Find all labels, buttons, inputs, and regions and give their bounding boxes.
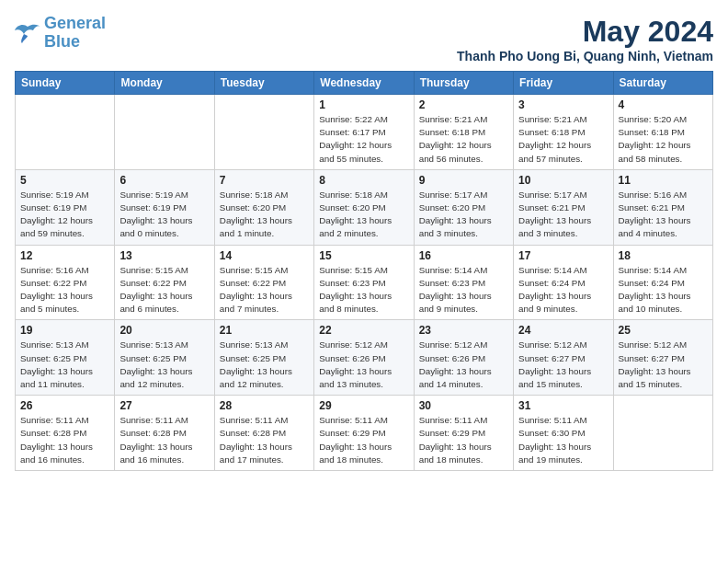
day-number: 1 bbox=[319, 98, 408, 111]
day-info: Sunrise: 5:11 AM Sunset: 6:28 PM Dayligh… bbox=[20, 414, 109, 466]
calendar-day-cell: 7Sunrise: 5:18 AM Sunset: 6:20 PM Daylig… bbox=[214, 169, 313, 245]
calendar-day-cell bbox=[613, 396, 712, 471]
day-info: Sunrise: 5:12 AM Sunset: 6:26 PM Dayligh… bbox=[419, 339, 508, 391]
day-info: Sunrise: 5:14 AM Sunset: 6:24 PM Dayligh… bbox=[518, 264, 608, 316]
calendar-day-cell: 25Sunrise: 5:12 AM Sunset: 6:27 PM Dayli… bbox=[613, 320, 712, 396]
day-info: Sunrise: 5:13 AM Sunset: 6:25 PM Dayligh… bbox=[220, 339, 309, 391]
day-info: Sunrise: 5:13 AM Sunset: 6:25 PM Dayligh… bbox=[119, 339, 209, 391]
day-number: 20 bbox=[119, 324, 209, 337]
calendar-week-row: 12Sunrise: 5:16 AM Sunset: 6:22 PM Dayli… bbox=[16, 245, 713, 320]
day-info: Sunrise: 5:17 AM Sunset: 6:21 PM Dayligh… bbox=[518, 189, 608, 241]
calendar-day-cell: 11Sunrise: 5:16 AM Sunset: 6:21 PM Dayli… bbox=[613, 169, 712, 245]
calendar-day-cell: 6Sunrise: 5:19 AM Sunset: 6:19 PM Daylig… bbox=[115, 169, 214, 245]
calendar-week-row: 1Sunrise: 5:22 AM Sunset: 6:17 PM Daylig… bbox=[16, 95, 713, 170]
day-info: Sunrise: 5:14 AM Sunset: 6:24 PM Dayligh… bbox=[619, 264, 708, 316]
calendar-day-cell bbox=[115, 95, 214, 170]
day-number: 26 bbox=[20, 399, 109, 412]
weekday-header-friday: Friday bbox=[514, 72, 613, 95]
calendar-day-cell: 30Sunrise: 5:11 AM Sunset: 6:29 PM Dayli… bbox=[414, 396, 513, 471]
calendar-day-cell: 1Sunrise: 5:22 AM Sunset: 6:17 PM Daylig… bbox=[314, 95, 414, 170]
day-number: 30 bbox=[419, 399, 508, 412]
day-number: 25 bbox=[619, 324, 708, 337]
calendar-day-cell: 24Sunrise: 5:12 AM Sunset: 6:27 PM Dayli… bbox=[514, 320, 613, 396]
calendar-day-cell: 26Sunrise: 5:11 AM Sunset: 6:28 PM Dayli… bbox=[16, 396, 115, 471]
day-number: 19 bbox=[20, 324, 109, 337]
weekday-header-tuesday: Tuesday bbox=[214, 72, 313, 95]
day-info: Sunrise: 5:14 AM Sunset: 6:23 PM Dayligh… bbox=[419, 264, 508, 316]
day-info: Sunrise: 5:16 AM Sunset: 6:22 PM Dayligh… bbox=[20, 264, 109, 316]
day-info: Sunrise: 5:15 AM Sunset: 6:23 PM Dayligh… bbox=[319, 264, 408, 316]
day-info: Sunrise: 5:18 AM Sunset: 6:20 PM Dayligh… bbox=[319, 189, 408, 241]
calendar-day-cell: 15Sunrise: 5:15 AM Sunset: 6:23 PM Dayli… bbox=[314, 245, 414, 320]
logo-icon bbox=[15, 23, 40, 43]
calendar-day-cell: 29Sunrise: 5:11 AM Sunset: 6:29 PM Dayli… bbox=[314, 396, 414, 471]
day-number: 2 bbox=[419, 98, 508, 111]
calendar-week-row: 19Sunrise: 5:13 AM Sunset: 6:25 PM Dayli… bbox=[16, 320, 713, 396]
weekday-header-sunday: Sunday bbox=[16, 72, 115, 95]
day-info: Sunrise: 5:11 AM Sunset: 6:28 PM Dayligh… bbox=[119, 414, 209, 466]
calendar-day-cell: 18Sunrise: 5:14 AM Sunset: 6:24 PM Dayli… bbox=[613, 245, 712, 320]
calendar-day-cell: 20Sunrise: 5:13 AM Sunset: 6:25 PM Dayli… bbox=[115, 320, 214, 396]
day-number: 11 bbox=[619, 174, 708, 187]
day-info: Sunrise: 5:17 AM Sunset: 6:20 PM Dayligh… bbox=[419, 189, 508, 241]
day-number: 8 bbox=[319, 174, 408, 187]
day-number: 24 bbox=[518, 324, 608, 337]
calendar-day-cell bbox=[214, 95, 313, 170]
day-info: Sunrise: 5:12 AM Sunset: 6:26 PM Dayligh… bbox=[319, 339, 408, 391]
day-number: 7 bbox=[220, 174, 309, 187]
calendar-day-cell bbox=[16, 95, 115, 170]
logo-text: General Blue bbox=[44, 15, 106, 52]
day-number: 27 bbox=[119, 399, 209, 412]
day-number: 13 bbox=[119, 249, 209, 262]
day-number: 15 bbox=[319, 249, 408, 262]
day-info: Sunrise: 5:21 AM Sunset: 6:18 PM Dayligh… bbox=[419, 113, 508, 166]
weekday-header-wednesday: Wednesday bbox=[314, 72, 414, 95]
day-info: Sunrise: 5:13 AM Sunset: 6:25 PM Dayligh… bbox=[20, 339, 109, 391]
month-year-title: May 2024 bbox=[457, 15, 713, 49]
calendar-day-cell: 19Sunrise: 5:13 AM Sunset: 6:25 PM Dayli… bbox=[16, 320, 115, 396]
calendar-day-cell: 23Sunrise: 5:12 AM Sunset: 6:26 PM Dayli… bbox=[414, 320, 513, 396]
calendar-day-cell: 13Sunrise: 5:15 AM Sunset: 6:22 PM Dayli… bbox=[115, 245, 214, 320]
calendar-day-cell: 9Sunrise: 5:17 AM Sunset: 6:20 PM Daylig… bbox=[414, 169, 513, 245]
day-number: 6 bbox=[119, 174, 209, 187]
calendar-week-row: 5Sunrise: 5:19 AM Sunset: 6:19 PM Daylig… bbox=[16, 169, 713, 245]
day-info: Sunrise: 5:18 AM Sunset: 6:20 PM Dayligh… bbox=[220, 189, 309, 241]
day-number: 4 bbox=[619, 98, 708, 111]
location-subtitle: Thanh Pho Uong Bi, Quang Ninh, Vietnam bbox=[457, 49, 713, 63]
calendar-day-cell: 5Sunrise: 5:19 AM Sunset: 6:19 PM Daylig… bbox=[16, 169, 115, 245]
day-number: 5 bbox=[20, 174, 109, 187]
calendar-day-cell: 16Sunrise: 5:14 AM Sunset: 6:23 PM Dayli… bbox=[414, 245, 513, 320]
day-number: 14 bbox=[220, 249, 309, 262]
calendar-day-cell: 3Sunrise: 5:21 AM Sunset: 6:18 PM Daylig… bbox=[514, 95, 613, 170]
day-info: Sunrise: 5:11 AM Sunset: 6:29 PM Dayligh… bbox=[419, 414, 508, 466]
day-number: 9 bbox=[419, 174, 508, 187]
day-number: 22 bbox=[319, 324, 408, 337]
weekday-header-thursday: Thursday bbox=[414, 72, 513, 95]
logo: General Blue bbox=[15, 15, 106, 52]
page-header: General Blue May 2024 Thanh Pho Uong Bi,… bbox=[15, 15, 713, 63]
title-area: May 2024 Thanh Pho Uong Bi, Quang Ninh, … bbox=[457, 15, 713, 63]
calendar-day-cell: 4Sunrise: 5:20 AM Sunset: 6:18 PM Daylig… bbox=[613, 95, 712, 170]
day-info: Sunrise: 5:12 AM Sunset: 6:27 PM Dayligh… bbox=[518, 339, 608, 391]
day-info: Sunrise: 5:15 AM Sunset: 6:22 PM Dayligh… bbox=[119, 264, 209, 316]
day-info: Sunrise: 5:19 AM Sunset: 6:19 PM Dayligh… bbox=[119, 189, 209, 241]
day-info: Sunrise: 5:22 AM Sunset: 6:17 PM Dayligh… bbox=[319, 113, 408, 166]
day-number: 12 bbox=[20, 249, 109, 262]
day-number: 31 bbox=[518, 399, 608, 412]
calendar-day-cell: 17Sunrise: 5:14 AM Sunset: 6:24 PM Dayli… bbox=[514, 245, 613, 320]
calendar-day-cell: 31Sunrise: 5:11 AM Sunset: 6:30 PM Dayli… bbox=[514, 396, 613, 471]
day-info: Sunrise: 5:21 AM Sunset: 6:18 PM Dayligh… bbox=[518, 113, 608, 166]
day-number: 10 bbox=[518, 174, 608, 187]
calendar-table: SundayMondayTuesdayWednesdayThursdayFrid… bbox=[15, 71, 713, 471]
weekday-header-monday: Monday bbox=[115, 72, 214, 95]
day-number: 29 bbox=[319, 399, 408, 412]
calendar-day-cell: 28Sunrise: 5:11 AM Sunset: 6:28 PM Dayli… bbox=[214, 396, 313, 471]
day-number: 28 bbox=[220, 399, 309, 412]
day-info: Sunrise: 5:11 AM Sunset: 6:29 PM Dayligh… bbox=[319, 414, 408, 466]
day-info: Sunrise: 5:12 AM Sunset: 6:27 PM Dayligh… bbox=[619, 339, 708, 391]
calendar-day-cell: 8Sunrise: 5:18 AM Sunset: 6:20 PM Daylig… bbox=[314, 169, 414, 245]
calendar-day-cell: 21Sunrise: 5:13 AM Sunset: 6:25 PM Dayli… bbox=[214, 320, 313, 396]
day-number: 23 bbox=[419, 324, 508, 337]
day-info: Sunrise: 5:15 AM Sunset: 6:22 PM Dayligh… bbox=[220, 264, 309, 316]
day-number: 18 bbox=[619, 249, 708, 262]
